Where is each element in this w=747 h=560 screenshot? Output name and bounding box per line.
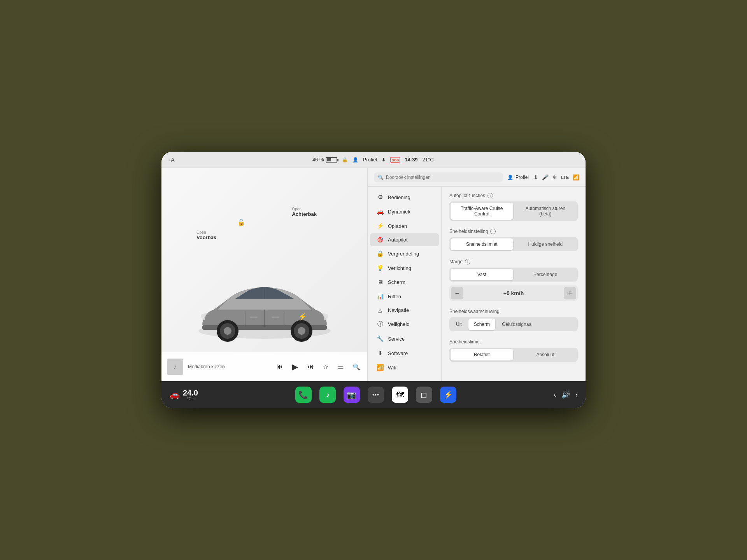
nav-scherm[interactable]: 🖥 Scherm (370, 275, 439, 289)
snelheidslimiet-btn[interactable]: Snelheidslimiet (451, 238, 513, 250)
left-panel: Open Voorbak Open Achterbak 🔓 (161, 168, 368, 381)
speed-plus-btn[interactable]: + (564, 287, 576, 299)
tesla-ui: ≡A 46 % 🔒 👤 Profiel ⬇ sos 14:39 21°C (161, 152, 586, 408)
automatisch-sturen-btn[interactable]: Automatisch sturen (bèta) (514, 203, 577, 220)
nav-service[interactable]: 🔧 Service (370, 332, 439, 346)
scherm-icon: 🖥 (376, 279, 384, 285)
autopilot-icon: 🎯 (376, 237, 384, 243)
section-marge: Marge i Vast Percentage − +0 km/h + (449, 259, 578, 301)
nav-label-bediening: Bediening (388, 194, 410, 200)
search-button[interactable]: 🔍 (351, 362, 362, 372)
snelheidsinstelling-info[interactable]: i (490, 229, 496, 234)
search-bar[interactable]: 🔍 (374, 172, 503, 182)
search-input[interactable] (386, 175, 499, 180)
nav-software[interactable]: ⬇ Software (370, 346, 439, 360)
svg-rect-12 (250, 317, 258, 318)
opladen-icon: ⚡ (376, 222, 384, 229)
percentage-btn[interactable]: Percentage (514, 269, 577, 280)
marge-info[interactable]: i (465, 259, 470, 264)
geluidssignaal-btn[interactable]: Geluidssignaal (496, 318, 538, 330)
play-button[interactable]: ▶ (291, 360, 300, 373)
settings-content: Autopilot-functies i Traffic-Aware Cruis… (442, 187, 586, 381)
main-content: Open Voorbak Open Achterbak 🔓 (161, 168, 586, 381)
relatief-btn[interactable]: Relatief (451, 349, 513, 360)
prev-button[interactable]: ⏮ (275, 362, 284, 372)
download-icon[interactable]: ⬇ (382, 157, 386, 163)
achterbak-label: Open Achterbak (292, 207, 317, 217)
nav-bediening[interactable]: ⚙ Bediening (370, 190, 439, 204)
absoluut-btn[interactable]: Absoluut (514, 349, 577, 360)
dock-car-icon[interactable]: 🚗 (169, 390, 180, 400)
profile-person-icon: 👤 (507, 175, 513, 180)
marge-label: Marge i (449, 259, 578, 264)
scherm-btn[interactable]: Scherm (468, 318, 495, 330)
dock-temp-container: 24.0 °C › (183, 388, 198, 401)
uit-btn[interactable]: Uit (451, 318, 467, 330)
snelheidslimiet-toggle: Relatief Absoluut (449, 348, 578, 362)
vast-btn[interactable]: Vast (451, 269, 513, 280)
dock-browser-icon[interactable]: ◻ (416, 387, 432, 403)
nav-wifi[interactable]: 📶 Wifi (370, 360, 439, 374)
traffic-aware-btn[interactable]: Traffic-Aware Cruise Control (451, 203, 513, 220)
header-download-icon[interactable]: ⬇ (533, 174, 538, 180)
lock-icon[interactable]: 🔒 (342, 157, 348, 163)
next-button[interactable]: ⏭ (306, 362, 315, 372)
section-autopilot-functies: Autopilot-functies i Traffic-Aware Cruis… (449, 193, 578, 221)
nav-label-software: Software (388, 350, 408, 356)
nav-label-veiligheid: Veiligheid (388, 321, 410, 327)
media-source[interactable]: Mediabron kiezen (188, 364, 270, 369)
nav-veiligheid[interactable]: ⓘ Veiligheid (370, 317, 439, 331)
dock-chevron-right[interactable]: › (575, 391, 578, 399)
status-left: ≡A (168, 157, 175, 163)
svg-rect-13 (272, 317, 279, 318)
profile-label[interactable]: Profiel (363, 157, 377, 163)
huidige-snelheid-btn[interactable]: Huidige snelheid (514, 238, 577, 250)
dock-bluetooth-icon[interactable]: ⚡ (440, 387, 456, 403)
dock-spotify-icon[interactable]: ♪ (319, 387, 336, 403)
speed-value: +0 km/h (466, 290, 561, 296)
dock-maps-icon[interactable]: 🗺 (392, 387, 408, 403)
svg-point-5 (224, 327, 231, 335)
autopilot-functies-toggle: Traffic-Aware Cruise Control Automatisch… (449, 201, 578, 221)
profile-icon[interactable]: 👤 (352, 157, 358, 163)
snelheidsinstelling-toggle: Snelheidslimiet Huidige snelheid (449, 237, 578, 251)
autopilot-functies-label: Autopilot-functies i (449, 193, 578, 198)
svg-point-8 (298, 327, 305, 335)
header-snow-icon[interactable]: ❄ (552, 174, 557, 180)
battery-indicator: 46 % (312, 157, 337, 163)
settings-profile[interactable]: 👤 Profiel (507, 175, 529, 180)
nav-dynamiek[interactable]: 🚗 Dynamiek (370, 205, 439, 219)
nav-vergrendeling[interactable]: 🔒 Vergrendeling (370, 247, 439, 261)
autopilot-functies-info[interactable]: i (487, 193, 493, 198)
dock-chevron-left[interactable]: ‹ (554, 391, 556, 399)
dynamiek-icon: 🚗 (376, 208, 384, 215)
veiligheid-icon: ⓘ (376, 320, 384, 328)
settings-body: ⚙ Bediening 🚗 Dynamiek ⚡ Opladen 🎯 (368, 187, 586, 381)
dock-camera-icon[interactable]: 📷 (344, 387, 360, 403)
nav-verlichting[interactable]: 💡 Verlichting (370, 261, 439, 275)
equalizer-button[interactable]: ⚌ (336, 362, 345, 372)
nav-label-navigatie: Navigatie (388, 307, 409, 313)
header-lte-icon: LTE (561, 175, 569, 180)
menu-icon[interactable]: ≡A (168, 157, 175, 163)
favorite-button[interactable]: ☆ (321, 362, 330, 372)
section-snelheidswaarschuwing: Snelheidswaarschuwing Uit Scherm Geluids… (449, 309, 578, 331)
bottom-dock: 🚗 24.0 °C › 📞 ♪ 📷 (161, 381, 586, 408)
nav-autopilot[interactable]: 🎯 Autopilot (370, 233, 439, 246)
header-mic-icon[interactable]: 🎤 (542, 174, 549, 180)
dock-more-icon[interactable]: ••• (368, 387, 384, 403)
nav-opladen[interactable]: ⚡ Opladen (370, 219, 439, 233)
dock-temperature: 24.0 (183, 388, 198, 397)
nav-label-wifi: Wifi (388, 365, 396, 371)
section-snelheidsinstelling: Snelheidsinstelling i Snelheidslimiet Hu… (449, 229, 578, 251)
nav-ritten[interactable]: 📊 Ritten (370, 289, 439, 303)
car-image (191, 271, 338, 350)
speed-minus-btn[interactable]: − (451, 287, 463, 299)
snelheidsinstelling-label: Snelheidsinstelling i (449, 229, 578, 234)
media-controls: ⏮ ▶ ⏭ ☆ ⚌ 🔍 (275, 360, 362, 373)
dock-phone-icon[interactable]: 📞 (295, 387, 312, 403)
car-view: Open Voorbak Open Achterbak 🔓 (161, 168, 367, 381)
right-panel: 🔍 👤 Profiel ⬇ 🎤 ❄ LTE 📶 (368, 168, 586, 381)
nav-navigatie[interactable]: △ Navigatie (370, 304, 439, 317)
dock-volume-icon[interactable]: 🔊 (561, 390, 570, 399)
